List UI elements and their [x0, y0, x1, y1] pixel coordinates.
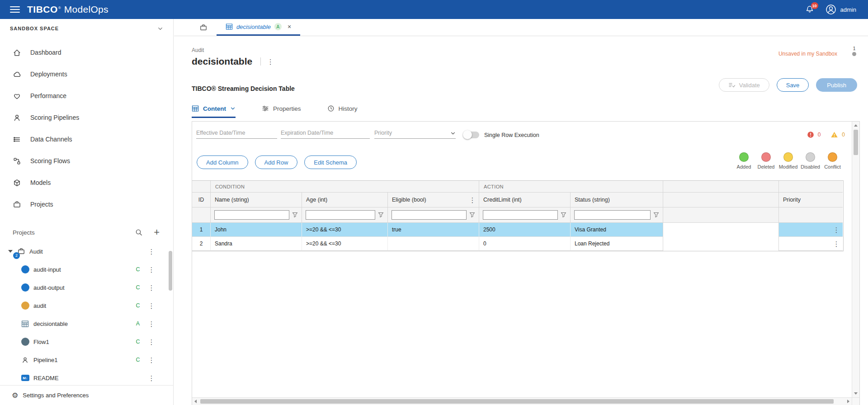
expiration-date-input[interactable]: [281, 127, 370, 139]
column-filter-input[interactable]: [214, 210, 289, 220]
sidebar-item-scoring-pipelines[interactable]: Scoring Pipelines: [0, 107, 173, 128]
cell-age[interactable]: >=20 && <=30: [302, 237, 388, 251]
chevron-expanded-icon[interactable]: [8, 250, 13, 253]
cell-status[interactable]: Loan Rejected: [571, 237, 663, 251]
column-menu-icon[interactable]: ⋮: [469, 197, 476, 203]
effective-date-input[interactable]: [196, 127, 277, 139]
settings-and-preferences[interactable]: ⚙ Settings and Preferences: [0, 385, 173, 405]
tab-properties[interactable]: Properties: [262, 105, 301, 118]
sidebar-item-deployments[interactable]: Deployments: [0, 63, 173, 85]
tree-item-audit-input[interactable]: audit-input C ⋮: [0, 260, 173, 278]
tree-item-readme[interactable]: M↓ README ⋮: [0, 369, 173, 385]
topbar: TIBCO ® ModelOps 10 admin: [0, 0, 868, 19]
add-project-button[interactable]: +: [154, 227, 160, 237]
filter-funnel-icon[interactable]: [469, 212, 475, 218]
version-indicator[interactable]: 1: [852, 46, 856, 56]
column-header-creditlimit[interactable]: CreditLimit (int): [479, 193, 571, 207]
tree-item-audit-output[interactable]: audit-output C ⋮: [0, 278, 173, 297]
cell-priority[interactable]: ⋮: [779, 223, 843, 237]
space-selector[interactable]: SANDBOX SPACE: [0, 19, 173, 38]
edit-schema-button[interactable]: Edit Schema: [304, 155, 357, 169]
tab-history[interactable]: History: [327, 105, 358, 118]
row-menu-icon[interactable]: ⋮: [833, 226, 840, 233]
single-row-execution-toggle[interactable]: [464, 132, 479, 138]
notifications-button[interactable]: 10: [805, 5, 814, 14]
cell-id[interactable]: 1: [192, 223, 211, 237]
cell-creditlimit[interactable]: 0: [479, 237, 571, 251]
cell-name[interactable]: John: [211, 223, 302, 237]
sidebar-item-data-channels[interactable]: Data Channels: [0, 128, 173, 150]
scrollbar-thumb[interactable]: [200, 399, 834, 404]
scroll-down-arrow-icon[interactable]: [854, 392, 858, 395]
title-kebab-menu-icon[interactable]: ⋮: [267, 58, 274, 65]
scroll-right-arrow-icon[interactable]: [847, 400, 849, 403]
hamburger-menu-icon[interactable]: [10, 6, 20, 13]
column-header-priority[interactable]: Priority: [779, 193, 843, 207]
tree-item-label: decisiontable: [33, 320, 68, 327]
column-header-status[interactable]: Status (string): [571, 193, 663, 207]
kebab-menu-icon[interactable]: ⋮: [148, 320, 155, 327]
kebab-menu-icon[interactable]: ⋮: [148, 339, 155, 345]
kebab-menu-icon[interactable]: ⋮: [148, 375, 155, 381]
publish-button[interactable]: Publish: [816, 78, 857, 92]
kebab-menu-icon[interactable]: ⋮: [148, 266, 155, 273]
scroll-up-arrow-icon[interactable]: [854, 124, 858, 127]
scroll-left-arrow-icon[interactable]: [194, 400, 197, 403]
column-header-name[interactable]: Name (string): [211, 193, 302, 207]
sidebar-item-dashboard[interactable]: Dashboard: [0, 42, 173, 63]
search-icon[interactable]: [135, 228, 143, 236]
cell-status[interactable]: Visa Granted: [571, 223, 663, 237]
filter-funnel-icon[interactable]: [653, 212, 659, 218]
column-filter-input[interactable]: [306, 210, 375, 220]
column-filter-input[interactable]: [392, 210, 467, 220]
status-letter: C: [134, 357, 142, 363]
priority-select[interactable]: Priority: [374, 127, 456, 139]
kebab-menu-icon[interactable]: ⋮: [148, 302, 155, 309]
tree-item-decisiontable[interactable]: decisiontable A ⋮: [0, 315, 173, 333]
scrollbar-thumb[interactable]: [854, 130, 858, 155]
breadcrumb[interactable]: Audit: [192, 47, 204, 53]
cell-creditlimit[interactable]: 2500: [479, 223, 571, 237]
vertical-scrollbar[interactable]: [852, 122, 859, 397]
cell-priority[interactable]: ⋮: [779, 237, 843, 251]
column-filter-input[interactable]: [574, 210, 651, 220]
add-column-button[interactable]: Add Column: [197, 155, 248, 169]
sidebar-item-scoring-flows[interactable]: Scoring Flows: [0, 150, 173, 172]
filter-funnel-icon[interactable]: [561, 212, 566, 218]
tree-item-pipeline1[interactable]: Pipeline1 C ⋮: [0, 351, 173, 369]
cell-name[interactable]: Sandra: [211, 237, 302, 251]
horizontal-scrollbar[interactable]: [192, 397, 852, 405]
scrollbar-thumb[interactable]: [169, 251, 172, 291]
cell-eligible[interactable]: [388, 237, 479, 251]
column-filter-input[interactable]: [483, 210, 558, 220]
tree-item-audit[interactable]: 2 Audit ⋮: [0, 242, 173, 260]
column-header-age[interactable]: Age (int): [302, 193, 388, 207]
sidebar-scrollbar[interactable]: [169, 245, 172, 382]
tree-item-audit[interactable]: audit C ⋮: [0, 297, 173, 315]
cell-id[interactable]: 2: [192, 237, 211, 251]
tab-content[interactable]: Content: [192, 105, 236, 118]
sidebar-item-models[interactable]: Models: [0, 172, 173, 193]
close-icon[interactable]: ×: [288, 24, 291, 30]
filter-funnel-icon[interactable]: [378, 212, 384, 218]
tab-decisiontable[interactable]: decisiontable A ×: [217, 19, 300, 36]
tree-item-flow1[interactable]: Flow1 C ⋮: [0, 333, 173, 351]
user-menu[interactable]: admin: [825, 4, 856, 15]
row-menu-icon[interactable]: ⋮: [833, 240, 840, 247]
filter-funnel-icon[interactable]: [292, 212, 298, 218]
validate-icon: [728, 81, 736, 89]
sidebar-item-projects[interactable]: Projects: [0, 193, 173, 215]
column-header-eligible[interactable]: Eligible (bool) ⋮: [388, 193, 479, 207]
sidebar-item-performance[interactable]: Performance: [0, 85, 173, 107]
tab-audit-project[interactable]: [190, 19, 217, 36]
add-row-button[interactable]: Add Row: [255, 155, 298, 169]
cell-age[interactable]: >=20 && <=30: [302, 223, 388, 237]
main-content: decisiontable A × Audit decisiontable ⋮ …: [174, 19, 868, 405]
kebab-menu-icon[interactable]: ⋮: [148, 284, 155, 291]
validate-button[interactable]: Validate: [719, 78, 769, 92]
cell-eligible[interactable]: true: [388, 223, 479, 237]
kebab-menu-icon[interactable]: ⋮: [148, 357, 155, 363]
save-button[interactable]: Save: [777, 78, 809, 92]
filter-cell-eligible: [388, 207, 479, 223]
kebab-menu-icon[interactable]: ⋮: [148, 248, 155, 255]
